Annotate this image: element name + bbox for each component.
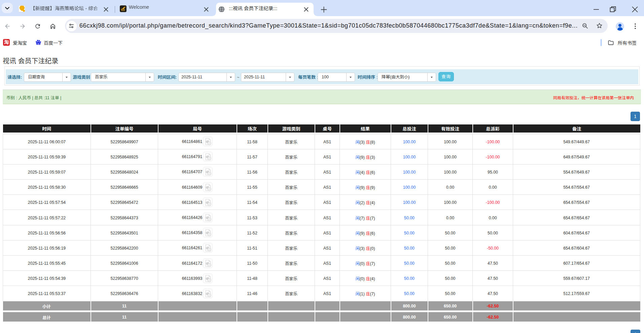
svg-text:du: du [37, 43, 39, 45]
